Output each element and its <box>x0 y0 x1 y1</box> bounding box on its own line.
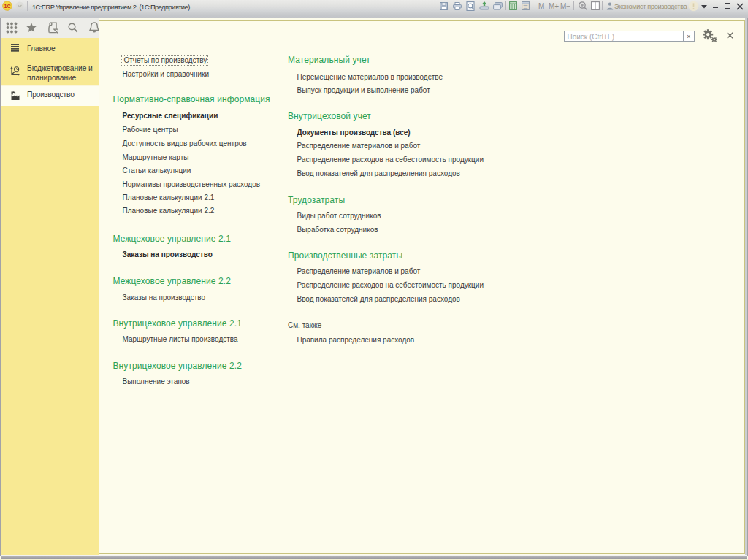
svg-text:1С: 1С <box>4 3 10 9</box>
